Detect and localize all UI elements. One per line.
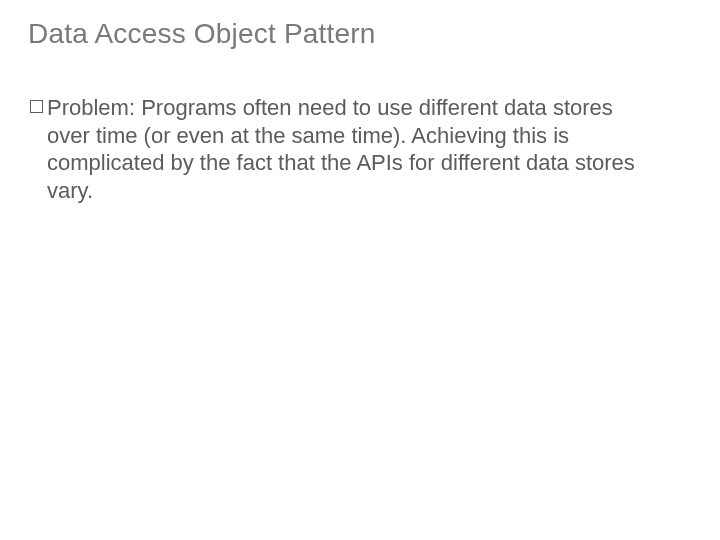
bullet-text: Problem: Programs often need to use diff… [47, 94, 652, 204]
square-bullet-icon [30, 100, 43, 113]
bullet-body: Programs often need to use different dat… [47, 95, 635, 203]
bullet-item: Problem: Programs often need to use diff… [30, 94, 652, 204]
body-paragraph: Problem: Programs often need to use diff… [28, 94, 692, 204]
page-title: Data Access Object Pattern [28, 18, 692, 50]
bullet-label: Problem: [47, 95, 135, 120]
